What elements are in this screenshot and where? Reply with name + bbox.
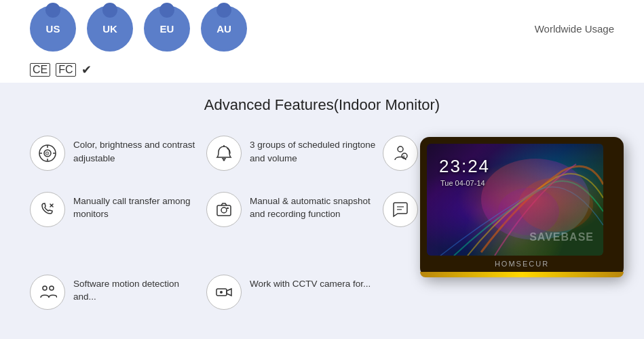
features-grid: ⚙ Color, brightness and contrast adjusta… xyxy=(30,129,437,317)
svg-text:+: + xyxy=(402,154,405,159)
scheduled-ringtone-text: 3 groups of scheduled ringtone and volum… xyxy=(250,136,376,165)
monitor-gold-trim xyxy=(420,272,624,277)
snapshot-text: Manual & automatic snapshot and recordin… xyxy=(250,192,376,221)
feature-color-brightness: ⚙ Color, brightness and contrast adjusta… xyxy=(30,129,206,185)
monitor-brand: SAVEBASE xyxy=(529,231,594,243)
feature-scheduled-ringtone: 3 groups of scheduled ringtone and volum… xyxy=(206,129,383,185)
leave-message-icon xyxy=(383,192,418,227)
worldwide-label: Worldwide Usage xyxy=(535,23,614,35)
svg-point-10 xyxy=(398,146,403,152)
main-features-section: Advanced Features(Indoor Monitor) ⚙ Colo… xyxy=(0,83,644,339)
country-us: US xyxy=(30,5,76,52)
handsfree-icon: + xyxy=(383,136,418,171)
scheduled-ringtone-icon xyxy=(206,136,242,171)
fc-certification: FC xyxy=(56,63,75,77)
feature-snapshot: Manual & automatic snapshot and recordin… xyxy=(206,185,383,268)
svg-text:⚙: ⚙ xyxy=(45,151,50,157)
monitor-product-image: 23:24 Tue 04-07-14 SAVEBASE HOMSECUR xyxy=(420,137,624,277)
certifications-bar: CE FC ✔ xyxy=(0,60,644,83)
svg-point-18 xyxy=(43,286,47,290)
call-transfer-text: Manually call transfer among monitors xyxy=(73,192,200,221)
motion-detection-text: Software motion detection and... xyxy=(73,275,200,304)
svg-point-24 xyxy=(498,188,559,235)
snapshot-icon xyxy=(206,192,242,227)
cctv-icon xyxy=(206,275,242,310)
feature-motion-detection: Software motion detection and... xyxy=(30,268,206,317)
monitor-model: HOMSECUR xyxy=(427,260,617,268)
svg-point-21 xyxy=(220,291,223,294)
svg-point-19 xyxy=(50,286,54,290)
svg-point-8 xyxy=(223,159,225,161)
ce-certification: CE xyxy=(30,63,50,77)
cctv-text: Work with CCTV camera for... xyxy=(250,275,371,291)
call-transfer-icon xyxy=(30,192,65,227)
feature-call-transfer: Manually call transfer among monitors xyxy=(30,185,206,268)
svg-rect-15 xyxy=(227,207,229,209)
check-certification: ✔ xyxy=(81,62,92,77)
feature-cctv: Work with CCTV camera for... xyxy=(206,268,383,317)
color-brightness-icon: ⚙ xyxy=(30,136,65,171)
section-title: Advanced Features(Indoor Monitor) xyxy=(30,96,614,114)
top-bar: US UK EU AU Worldwide Usage xyxy=(0,0,644,60)
motion-detection-icon xyxy=(30,275,65,310)
monitor-time: 23:24 xyxy=(439,156,490,177)
country-eu: EU xyxy=(144,5,190,52)
country-au: AU xyxy=(201,5,247,52)
monitor-date: Tue 04-07-14 xyxy=(440,179,485,187)
monitor-screen: 23:24 Tue 04-07-14 SAVEBASE xyxy=(427,144,603,256)
svg-point-14 xyxy=(221,207,227,213)
color-brightness-text: Color, brightness and contrast adjustabl… xyxy=(73,136,200,165)
country-uk: UK xyxy=(87,5,133,52)
